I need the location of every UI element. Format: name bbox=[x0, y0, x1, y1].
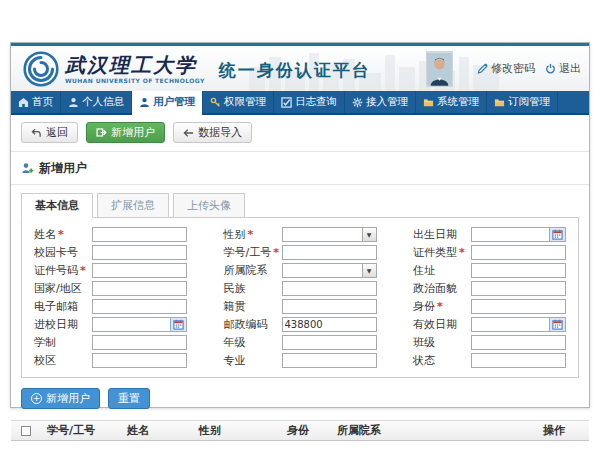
nav-item-system[interactable]: 系统管理 bbox=[416, 91, 487, 113]
campus-input-wrap bbox=[92, 353, 187, 368]
edu-length-input[interactable] bbox=[93, 336, 186, 349]
postal-code-input[interactable] bbox=[283, 318, 376, 331]
dropdown-icon[interactable]: ▼ bbox=[362, 228, 376, 241]
nav-item-permissions[interactable]: 权限管理 bbox=[203, 91, 274, 113]
birth-date-input-wrap bbox=[471, 227, 566, 242]
import-arrow-icon bbox=[183, 128, 194, 138]
field-label-department: 所属院系 bbox=[224, 263, 282, 278]
nav-item-logs[interactable]: 日志查询 bbox=[274, 91, 345, 113]
nav-item-access[interactable]: 接入管理 bbox=[345, 91, 416, 113]
field-label-address: 住址 bbox=[413, 263, 471, 278]
calendar-icon[interactable] bbox=[170, 318, 186, 331]
campus-input[interactable] bbox=[93, 354, 186, 367]
gender-input[interactable] bbox=[283, 228, 362, 241]
id-number-input[interactable] bbox=[93, 264, 186, 277]
data-import-button[interactable]: 数据导入 bbox=[173, 122, 252, 143]
field-grade: 年级 bbox=[224, 335, 377, 350]
log-check-icon bbox=[281, 97, 292, 108]
field-label-valid-date: 有效日期 bbox=[413, 317, 471, 332]
university-name: 武汉理工大学 WUHAN UNIVERSITY OF TECHNOLOGY bbox=[65, 55, 205, 84]
field-name: 姓名* bbox=[34, 227, 187, 242]
change-password-button[interactable]: 修改密码 bbox=[477, 61, 535, 76]
required-asterisk: * bbox=[58, 228, 64, 241]
nav-item-label: 用户管理 bbox=[153, 95, 195, 109]
field-birthplace: 籍贯 bbox=[224, 299, 377, 314]
identity-input[interactable] bbox=[472, 300, 565, 313]
field-ethnicity: 民族 bbox=[224, 281, 377, 296]
submit-add-user-button[interactable]: + 新增用户 bbox=[21, 388, 100, 409]
field-major: 专业 bbox=[224, 353, 377, 368]
field-email: 电子邮箱 bbox=[34, 299, 187, 314]
nav-item-label: 接入管理 bbox=[366, 95, 408, 109]
user-avatar bbox=[426, 51, 453, 87]
address-input-wrap bbox=[471, 263, 566, 278]
content: 返回 新增用户 数据导入 bbox=[11, 115, 589, 441]
country-input[interactable] bbox=[93, 282, 186, 295]
student-id-input[interactable] bbox=[283, 246, 376, 259]
field-gender: 性别*▼ bbox=[224, 227, 377, 242]
valid-date-input[interactable] bbox=[472, 318, 549, 331]
nav-item-subscription[interactable]: 订阅管理 bbox=[487, 91, 558, 113]
ethnicity-input[interactable] bbox=[283, 282, 376, 295]
field-label-status: 状态 bbox=[413, 353, 471, 368]
edu-length-input-wrap bbox=[92, 335, 187, 350]
birthplace-input-wrap bbox=[282, 299, 377, 314]
department-input[interactable] bbox=[283, 264, 362, 277]
dropdown-icon[interactable]: ▼ bbox=[362, 264, 376, 277]
name-input[interactable] bbox=[93, 228, 186, 241]
field-label-id-number: 证件号码* bbox=[34, 263, 92, 278]
field-label-country: 国家/地区 bbox=[34, 281, 92, 296]
back-arrow-icon bbox=[31, 128, 42, 138]
major-input[interactable] bbox=[283, 354, 376, 367]
political-status-input[interactable] bbox=[472, 282, 565, 295]
tab-label: 上传头像 bbox=[187, 199, 231, 212]
tab-basic-info[interactable]: 基本信息 bbox=[21, 193, 93, 218]
status-input[interactable] bbox=[472, 354, 565, 367]
nav-item-users[interactable]: 用户管理 bbox=[132, 91, 203, 115]
plus-circle-icon: + bbox=[31, 393, 42, 404]
basic-info-panel: 姓名*性别*▼出生日期校园卡号学号/工号*证件类型*证件号码*所属院系▼住址国家… bbox=[21, 217, 579, 378]
tab-upload-avatar[interactable]: 上传头像 bbox=[173, 193, 245, 218]
field-valid-date: 有效日期 bbox=[413, 317, 566, 332]
political-status-input-wrap bbox=[471, 281, 566, 296]
campus-card-input[interactable] bbox=[93, 246, 186, 259]
tab-extended-info[interactable]: 扩展信息 bbox=[97, 193, 169, 218]
select-all-checkbox[interactable] bbox=[21, 426, 31, 436]
valid-date-input-wrap bbox=[471, 317, 566, 332]
campus-card-input-wrap bbox=[92, 245, 187, 260]
section-title: 新增用户 bbox=[11, 152, 589, 185]
class-input[interactable] bbox=[472, 336, 565, 349]
address-input[interactable] bbox=[472, 264, 565, 277]
major-input-wrap bbox=[282, 353, 377, 368]
table-header-4: 所属院系 bbox=[337, 423, 543, 438]
field-label-political-status: 政治面貌 bbox=[413, 281, 471, 296]
class-input-wrap bbox=[471, 335, 566, 350]
table-header-0: 学号/工号 bbox=[47, 423, 127, 438]
user-icon bbox=[139, 97, 150, 108]
identity-input-wrap bbox=[471, 299, 566, 314]
email-input[interactable] bbox=[93, 300, 186, 313]
university-logo-icon bbox=[23, 51, 59, 87]
id-type-input[interactable] bbox=[472, 246, 565, 259]
birthplace-input[interactable] bbox=[283, 300, 376, 313]
field-label-enroll-date: 进校日期 bbox=[34, 317, 92, 332]
nav-item-label: 首页 bbox=[32, 95, 53, 109]
field-postal-code: 邮政编码 bbox=[224, 317, 377, 332]
back-button[interactable]: 返回 bbox=[21, 122, 78, 143]
nav-item-home[interactable]: 首页 bbox=[11, 91, 61, 113]
field-address: 住址 bbox=[413, 263, 566, 278]
field-label-email: 电子邮箱 bbox=[34, 299, 92, 314]
required-asterisk: * bbox=[273, 246, 279, 259]
masthead-right: 修改密码 退出 bbox=[426, 46, 581, 91]
logout-button[interactable]: 退出 bbox=[545, 61, 581, 76]
nav-item-label: 订阅管理 bbox=[508, 95, 550, 109]
reset-button[interactable]: 重置 bbox=[108, 388, 150, 409]
grade-input[interactable] bbox=[283, 336, 376, 349]
nav-item-profile[interactable]: 个人信息 bbox=[61, 91, 132, 113]
enroll-date-input[interactable] bbox=[93, 318, 170, 331]
birth-date-input[interactable] bbox=[472, 228, 549, 241]
toolbar-add-user-button[interactable]: 新增用户 bbox=[86, 122, 165, 143]
calendar-icon[interactable] bbox=[549, 228, 565, 241]
calendar-icon[interactable] bbox=[549, 318, 565, 331]
field-campus: 校区 bbox=[34, 353, 187, 368]
